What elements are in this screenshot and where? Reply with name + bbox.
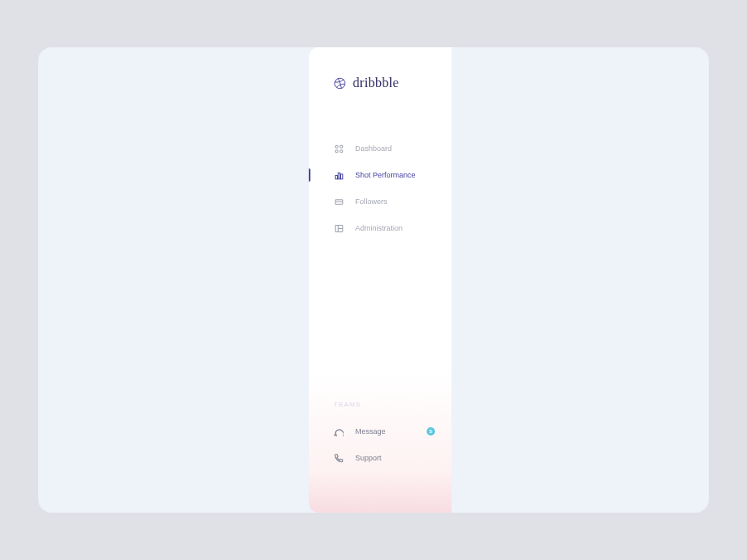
dribbble-icon bbox=[334, 77, 346, 90]
nav-label: Followers bbox=[355, 197, 388, 206]
svg-point-4 bbox=[339, 149, 342, 152]
nav-item-shot-performance[interactable]: Shot Performance bbox=[309, 162, 452, 188]
teams-item-message[interactable]: Message 5 bbox=[309, 418, 452, 445]
teams-label: Message bbox=[355, 427, 386, 436]
svg-point-2 bbox=[339, 145, 342, 148]
layout-icon bbox=[334, 223, 344, 233]
brand-name: dribbble bbox=[353, 75, 399, 90]
svg-rect-5 bbox=[335, 175, 337, 178]
nav-list: Dashboard Shot Performance bbox=[309, 135, 452, 241]
phone-icon bbox=[334, 453, 344, 463]
teams-heading: TEAMS bbox=[309, 401, 452, 408]
brand[interactable]: dribbble bbox=[309, 47, 452, 90]
svg-point-3 bbox=[335, 149, 338, 152]
nav-label: Administration bbox=[355, 224, 403, 232]
nav-label: Shot Performance bbox=[355, 171, 416, 179]
teams-item-support[interactable]: Support bbox=[309, 445, 452, 471]
nav-item-dashboard[interactable]: Dashboard bbox=[309, 135, 452, 162]
svg-point-1 bbox=[335, 145, 338, 148]
grid-dots-icon bbox=[334, 144, 344, 153]
notification-badge: 5 bbox=[427, 427, 435, 436]
bar-chart-icon bbox=[334, 170, 344, 180]
app-frame: dribbble Dashboard bbox=[38, 47, 709, 513]
sidebar: dribbble Dashboard bbox=[309, 47, 452, 513]
nav-label: Dashboard bbox=[355, 144, 392, 153]
card-icon bbox=[334, 197, 344, 207]
nav-item-followers[interactable]: Followers bbox=[309, 188, 452, 215]
teams-list: Message 5 Support bbox=[309, 418, 452, 471]
nav-item-administration[interactable]: Administration bbox=[309, 215, 452, 241]
chat-icon bbox=[334, 426, 344, 436]
teams-label: Support bbox=[355, 454, 382, 462]
svg-rect-6 bbox=[338, 173, 339, 178]
svg-rect-7 bbox=[340, 173, 342, 178]
